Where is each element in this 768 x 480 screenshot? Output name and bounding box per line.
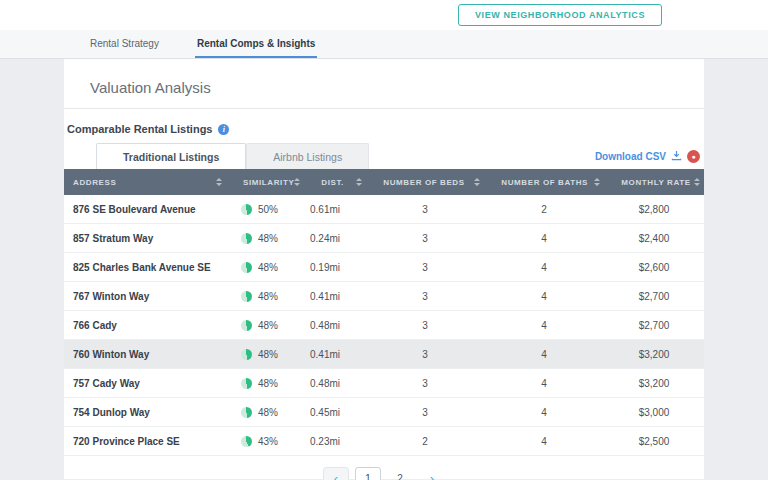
similarity-pie-icon (241, 320, 252, 331)
sort-icon[interactable] (694, 178, 700, 186)
beds-cell: 2 (366, 436, 484, 447)
table-row[interactable]: 754 Dunlop Way 48% 0.45mi 3 4 $3,000 (64, 398, 704, 427)
table-body: 876 SE Boulevard Avenue 50% 0.61mi 3 2 $… (64, 195, 704, 456)
similarity-pie-icon (241, 407, 252, 418)
similarity-pie-icon (241, 436, 252, 447)
rate-cell: $2,500 (604, 436, 704, 447)
distance-cell: 0.19mi (304, 262, 366, 273)
address-cell: 757 Cady Way (64, 378, 234, 389)
rate-cell: $2,700 (604, 320, 704, 331)
table-row[interactable]: 760 Winton Way 48% 0.41mi 3 4 $3,200 (64, 340, 704, 369)
nav-tab-rental-strategy[interactable]: Rental Strategy (88, 30, 161, 58)
similarity-cell: 48% (234, 378, 304, 389)
table-row[interactable]: 766 Cady 48% 0.48mi 3 4 $2,700 (64, 311, 704, 340)
baths-cell: 2 (484, 204, 604, 215)
similarity-cell: 48% (234, 233, 304, 244)
similarity-value: 48% (258, 233, 278, 244)
rate-cell: $2,700 (604, 291, 704, 302)
download-icon (671, 150, 682, 163)
similarity-pie-icon (241, 204, 252, 215)
similarity-pie-icon (241, 349, 252, 360)
similarity-value: 48% (258, 320, 278, 331)
tab-label: Airbnb Listings (273, 151, 342, 163)
address-cell: 754 Dunlop Way (64, 407, 234, 418)
pagination-next-button[interactable]: › (419, 467, 445, 480)
column-label: MONTHLY RATE (621, 178, 690, 187)
rate-cell: $3,000 (604, 407, 704, 418)
table-row[interactable]: 757 Cady Way 48% 0.48mi 3 4 $3,200 (64, 369, 704, 398)
sort-icon[interactable] (356, 178, 362, 186)
rate-cell: $2,800 (604, 204, 704, 215)
similarity-value: 48% (258, 407, 278, 418)
beds-cell: 3 (366, 291, 484, 302)
similarity-cell: 48% (234, 320, 304, 331)
sort-icon[interactable] (216, 178, 222, 186)
red-badge-icon: ● (687, 150, 700, 163)
tab-traditional-listings[interactable]: Traditional Listings (96, 143, 246, 169)
table-row[interactable]: 767 Winton Way 48% 0.41mi 3 4 $2,700 (64, 282, 704, 311)
address-cell: 857 Stratum Way (64, 233, 234, 244)
similarity-value: 48% (258, 349, 278, 360)
tab-airbnb-listings[interactable]: Airbnb Listings (246, 143, 369, 169)
address-cell: 825 Charles Bank Avenue SE (64, 262, 234, 273)
similarity-value: 43% (258, 436, 278, 447)
baths-cell: 4 (484, 262, 604, 273)
similarity-cell: 43% (234, 436, 304, 447)
pagination: ‹ 1 2 › (64, 467, 704, 480)
similarity-cell: 50% (234, 204, 304, 215)
beds-cell: 3 (366, 204, 484, 215)
address-cell: 760 Winton Way (64, 349, 234, 360)
distance-cell: 0.23mi (304, 436, 366, 447)
nav-tab-bar: Rental Strategy Rental Comps & Insights (0, 30, 768, 59)
sort-icon[interactable] (594, 178, 600, 186)
column-header-address[interactable]: ADDRESS (64, 178, 234, 187)
table-row[interactable]: 825 Charles Bank Avenue SE 48% 0.19mi 3 … (64, 253, 704, 282)
view-neighborhood-analytics-button[interactable]: VIEW NEIGHBORHOOD ANALYTICS (458, 4, 662, 26)
baths-cell: 4 (484, 436, 604, 447)
tab-label: Traditional Listings (123, 151, 219, 163)
table-row[interactable]: 857 Stratum Way 48% 0.24mi 3 4 $2,400 (64, 224, 704, 253)
column-label: DIST. (321, 178, 344, 187)
similarity-value: 48% (258, 378, 278, 389)
table-row[interactable]: 720 Province Place SE 43% 0.23mi 2 4 $2,… (64, 427, 704, 456)
baths-cell: 4 (484, 378, 604, 389)
pagination-prev-button[interactable]: ‹ (323, 467, 349, 480)
top-bar: VIEW NEIGHBORHOOD ANALYTICS (0, 0, 768, 30)
download-csv-link[interactable]: Download CSV ● (595, 150, 700, 163)
similarity-value: 50% (258, 204, 278, 215)
beds-cell: 3 (366, 378, 484, 389)
nav-tab-label: Rental Comps & Insights (197, 38, 315, 49)
similarity-pie-icon (241, 378, 252, 389)
column-label: NUMBER OF BATHS (501, 178, 588, 187)
rate-cell: $3,200 (604, 378, 704, 389)
page-title: Valuation Analysis (64, 59, 704, 96)
column-header-similarity[interactable]: SIMILARITY (234, 178, 312, 187)
sort-icon[interactable] (474, 178, 480, 186)
beds-cell: 3 (366, 262, 484, 273)
baths-cell: 4 (484, 233, 604, 244)
column-header-dist[interactable]: DIST. (312, 178, 374, 187)
baths-cell: 4 (484, 407, 604, 418)
distance-cell: 0.48mi (304, 378, 366, 389)
nav-tab-label: Rental Strategy (90, 38, 159, 49)
column-header-baths[interactable]: NUMBER OF BATHS (492, 178, 612, 187)
page-number-button[interactable]: 2 (387, 467, 413, 480)
similarity-value: 48% (258, 262, 278, 273)
baths-cell: 4 (484, 320, 604, 331)
rate-cell: $2,600 (604, 262, 704, 273)
column-header-rate[interactable]: MONTHLY RATE (612, 178, 712, 187)
distance-cell: 0.48mi (304, 320, 366, 331)
info-icon[interactable]: i (218, 124, 229, 135)
similarity-value: 48% (258, 291, 278, 302)
nav-tab-rental-comps-insights[interactable]: Rental Comps & Insights (195, 30, 317, 58)
main-area: Valuation Analysis Comparable Rental Lis… (0, 59, 768, 479)
page-number-button[interactable]: 1 (355, 467, 381, 480)
table-header-row: ADDRESS SIMILARITY DIST. NUMBER OF BEDS … (64, 169, 704, 195)
column-header-beds[interactable]: NUMBER OF BEDS (374, 178, 492, 187)
table-row[interactable]: 876 SE Boulevard Avenue 50% 0.61mi 3 2 $… (64, 195, 704, 224)
address-cell: 876 SE Boulevard Avenue (64, 204, 234, 215)
section-title: Comparable Rental Listings (67, 123, 212, 135)
distance-cell: 0.24mi (304, 233, 366, 244)
beds-cell: 3 (366, 349, 484, 360)
sort-icon[interactable] (294, 178, 300, 186)
